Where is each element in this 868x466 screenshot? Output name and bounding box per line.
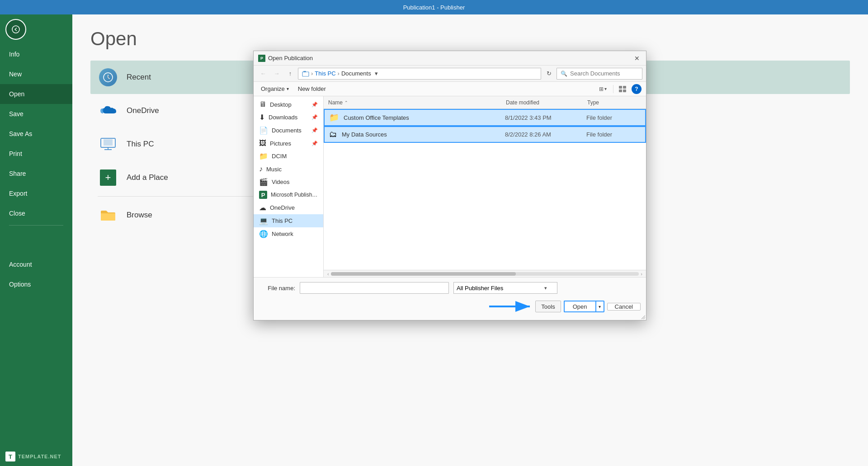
- search-input[interactable]: [570, 70, 638, 77]
- breadcrumb-documents: Documents: [341, 70, 371, 77]
- col-date-header[interactable]: Date modified: [506, 99, 587, 106]
- nav-pane-thispc[interactable]: 💻 This PC: [254, 214, 323, 227]
- file-date-2: 8/2/2022 8:26 AM: [505, 131, 586, 138]
- col-type-header[interactable]: Type: [587, 99, 642, 106]
- filetype-dropdown[interactable]: All Publisher Files ▾: [453, 282, 557, 294]
- breadcrumb-separator2: ›: [338, 70, 340, 77]
- breadcrumb-dropdown[interactable]: ▾: [375, 70, 378, 77]
- nav-pane-network[interactable]: 🌐 Network: [254, 227, 323, 240]
- svg-line-13: [642, 315, 645, 319]
- view-icon: ⊞: [599, 86, 604, 92]
- search-box: 🔍: [557, 68, 642, 80]
- back-button[interactable]: [5, 19, 26, 40]
- open-button[interactable]: Open: [564, 301, 595, 312]
- sidebar-item-open[interactable]: Open: [0, 84, 72, 104]
- organize-button[interactable]: Organize ▾: [258, 84, 292, 94]
- sidebar-nav: Info New Open Save Save As Print Share E…: [0, 44, 72, 447]
- folder-icon-1: 📁: [329, 113, 339, 122]
- refresh-button[interactable]: ↻: [543, 68, 555, 80]
- cancel-button[interactable]: Cancel: [607, 303, 641, 311]
- file-type-2: File folder: [586, 131, 641, 138]
- sidebar-item-new[interactable]: New: [0, 64, 72, 84]
- tools-button[interactable]: Tools: [535, 301, 561, 312]
- horizontal-scrollbar[interactable]: ‹ ›: [324, 270, 646, 277]
- open-button-group: Open ▾: [564, 301, 604, 312]
- sidebar-item-share[interactable]: Share: [0, 164, 72, 184]
- dialog-bottom: File name: All Publisher Files ▾: [254, 277, 646, 320]
- resize-handle[interactable]: [640, 314, 646, 320]
- svg-line-14: [643, 317, 645, 319]
- nav-pane-desktop[interactable]: 🖥 Desktop 📌: [254, 98, 323, 111]
- open-dropdown-button[interactable]: ▾: [595, 301, 604, 312]
- breadcrumb-thispc[interactable]: This PC: [315, 70, 335, 77]
- layout-button[interactable]: [617, 84, 628, 94]
- documents-pin-icon: 📌: [311, 127, 318, 133]
- file-row-custom-templates[interactable]: 📁 Custom Office Templates 8/1/2022 3:43 …: [324, 109, 646, 126]
- filename-input[interactable]: [300, 282, 449, 294]
- nav-pane-dcim[interactable]: 📁 DCIM: [254, 150, 323, 163]
- filetype-chevron-icon: ▾: [544, 285, 547, 291]
- nav-forward-button[interactable]: →: [271, 68, 283, 80]
- breadcrumb-bar: › This PC › Documents ▾: [298, 68, 541, 80]
- nav-pane-mspublish[interactable]: P Microsoft Publish…: [254, 188, 323, 201]
- dialog-titlebar: P Open Publication ✕: [254, 51, 646, 66]
- sidebar-item-options[interactable]: Options: [0, 274, 72, 294]
- sidebar-item-account[interactable]: Account: [0, 254, 72, 274]
- sidebar-item-info[interactable]: Info: [0, 44, 72, 64]
- logo-text: TEMPLATE.NET: [18, 454, 61, 459]
- sidebar-item-export[interactable]: Export: [0, 184, 72, 203]
- title-bar-text: Publication1 - Publisher: [403, 4, 465, 11]
- sidebar-item-save-as[interactable]: Save As: [0, 124, 72, 144]
- file-name-1: Custom Office Templates: [344, 114, 505, 121]
- nav-pane-downloads[interactable]: ⬇ Downloads 📌: [254, 111, 323, 124]
- pictures-pin-icon: 📌: [311, 141, 318, 146]
- svg-rect-7: [303, 71, 306, 72]
- file-list-header: Name ⌃ Date modified Type: [324, 96, 646, 109]
- desktop-icon: 🖥: [259, 100, 266, 108]
- sort-icon: ⌃: [344, 100, 348, 105]
- nav-pane-documents[interactable]: 📄 Documents 📌: [254, 124, 323, 137]
- sidebar-item-save[interactable]: Save: [0, 104, 72, 124]
- downloads-pin-icon: 📌: [311, 114, 318, 120]
- file-row-my-data-sources[interactable]: 🗂 My Data Sources 8/2/2022 8:26 AM File …: [324, 126, 646, 143]
- search-icon: 🔍: [561, 71, 567, 77]
- arrow-annotation: [485, 297, 539, 315]
- nav-up-button[interactable]: ↑: [284, 68, 296, 80]
- hscroll-thumb[interactable]: [331, 272, 516, 276]
- svg-rect-8: [619, 86, 622, 89]
- nav-pane-videos[interactable]: 🎬 Videos: [254, 175, 323, 188]
- dialog-nav-toolbar: ← → ↑ › This PC › Documents ▾ ↻ 🔍: [254, 66, 646, 82]
- file-date-1: 8/1/2022 3:43 PM: [505, 114, 586, 121]
- dialog-body: 🖥 Desktop 📌 ⬇ Downloads 📌 📄 Documents 📌 …: [254, 96, 646, 277]
- svg-rect-11: [623, 89, 626, 92]
- col-name-header[interactable]: Name ⌃: [328, 99, 506, 106]
- downloads-icon: ⬇: [259, 113, 265, 122]
- nav-pane: 🖥 Desktop 📌 ⬇ Downloads 📌 📄 Documents 📌 …: [254, 96, 324, 277]
- help-button[interactable]: ?: [632, 84, 642, 94]
- hscroll-track: [331, 272, 639, 276]
- sidebar-item-close[interactable]: Close: [0, 203, 72, 223]
- view-dropdown-icon: ▾: [604, 86, 607, 91]
- nav-pane-onedrive[interactable]: ☁ OneDrive: [254, 201, 323, 214]
- dialog-close-button[interactable]: ✕: [632, 53, 642, 64]
- tools-area: Tools: [485, 297, 561, 315]
- sidebar-item-print[interactable]: Print: [0, 144, 72, 164]
- nav-pane-pictures[interactable]: 🖼 Pictures 📌: [254, 137, 323, 150]
- sidebar: Info New Open Save Save As Print Share E…: [0, 14, 72, 466]
- filename-row: File name: All Publisher Files ▾: [259, 282, 641, 294]
- nav-back-button[interactable]: ←: [257, 68, 269, 80]
- new-folder-button[interactable]: New folder: [295, 84, 329, 94]
- file-type-1: File folder: [586, 114, 641, 121]
- network-icon: 🌐: [259, 230, 268, 238]
- buttons-row: Tools Open ▾ Cancel: [259, 297, 641, 315]
- svg-rect-10: [619, 89, 622, 92]
- hscroll-right-arrow[interactable]: ›: [641, 271, 642, 277]
- toolbar2-divider: [613, 85, 613, 93]
- thispc-nav-icon: 💻: [259, 217, 268, 225]
- nav-pane-music[interactable]: ♪ Music: [254, 163, 323, 175]
- music-icon: ♪: [259, 165, 263, 173]
- file-name-2: My Data Sources: [342, 131, 505, 138]
- view-button[interactable]: ⊞ ▾: [596, 84, 609, 94]
- hscroll-left-arrow[interactable]: ‹: [327, 271, 329, 277]
- file-list-area: Name ⌃ Date modified Type 📁 Custom Offic…: [324, 96, 646, 277]
